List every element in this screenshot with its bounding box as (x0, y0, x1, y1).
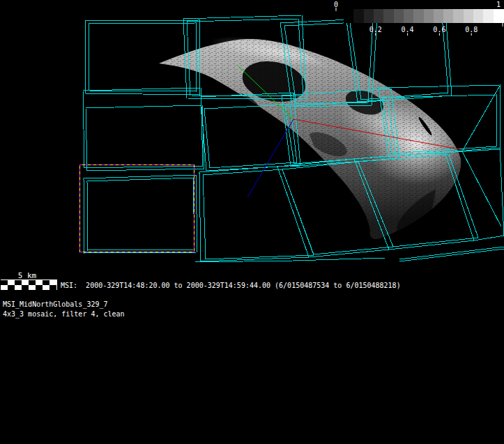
footprint-edge (399, 247, 504, 259)
label: 0 (334, 1, 338, 8)
render-canvas[interactable]: 010.20.40.60.85 km (0, 0, 504, 444)
colorbar-step (464, 9, 474, 23)
footprint-outline (84, 175, 197, 253)
footprint-outline (83, 88, 203, 168)
z-axis (247, 119, 293, 197)
colorbar-step (424, 9, 434, 23)
footprint-outline (86, 105, 204, 171)
planned-footprint (79, 164, 194, 252)
footprint-outline (87, 178, 194, 250)
label: 0.8 (465, 26, 478, 33)
scale-bar-cell (36, 280, 43, 285)
footprint-outline (203, 169, 314, 259)
label: 1 (496, 1, 501, 8)
scale-bar-cell (29, 285, 36, 290)
colorbar-step (383, 9, 394, 23)
colorbar-step (413, 9, 424, 23)
asteroid-model (139, 28, 475, 251)
footprint-edge (399, 249, 504, 261)
scale-bar-cell (15, 280, 22, 285)
sequence-description: 4x3_3 mosaic, filter 4, clean (3, 310, 125, 319)
colorbar-step (353, 9, 364, 23)
scale-bar-cell (22, 280, 29, 285)
label: 0.2 (369, 26, 382, 33)
scale-bar-cell (15, 285, 22, 290)
colorbar-step (483, 9, 494, 23)
colorbar-step (434, 9, 444, 23)
colorbar-step (394, 9, 404, 23)
scale-bar-cell (8, 280, 15, 285)
scale-bar-cell (29, 280, 36, 285)
label: 5 km (18, 271, 37, 280)
viz-window: 010.20.40.60.85 km MSI: 2000-329T14:48:2… (0, 0, 504, 444)
scale-bar-cell (49, 280, 56, 285)
colorbar-step (443, 9, 454, 23)
scale-bar-cell (8, 285, 15, 290)
scale-bar-cell (1, 280, 8, 285)
scale-bar-cell (1, 285, 8, 290)
scale-bar-cell (43, 285, 49, 290)
colorbar-step (453, 9, 464, 23)
scale-bar-cell (43, 280, 49, 285)
sequence-name: MSI_MidNorthGlobals_329_7 (3, 300, 108, 309)
label: 0.6 (433, 26, 445, 33)
colorbar-step (374, 9, 384, 23)
colorbar-step (494, 9, 504, 23)
colorbar-step (473, 9, 484, 23)
colorbar-step (364, 9, 374, 23)
colorbar: 010.20.40.60.8 (334, 1, 504, 36)
scale-bar-cell (22, 285, 29, 290)
scale-bar-cell (49, 285, 56, 290)
scale-bar: 5 km (1, 271, 57, 290)
footprint-edge (462, 86, 501, 227)
scale-bar-cell (36, 285, 43, 290)
colorbar-step (404, 9, 414, 23)
colorbar-step (344, 9, 354, 23)
label: 0.4 (402, 26, 414, 33)
status-line: MSI: 2000-329T14:48:20.00 to 2000-329T14… (61, 282, 401, 290)
footprint-outline (199, 167, 309, 261)
